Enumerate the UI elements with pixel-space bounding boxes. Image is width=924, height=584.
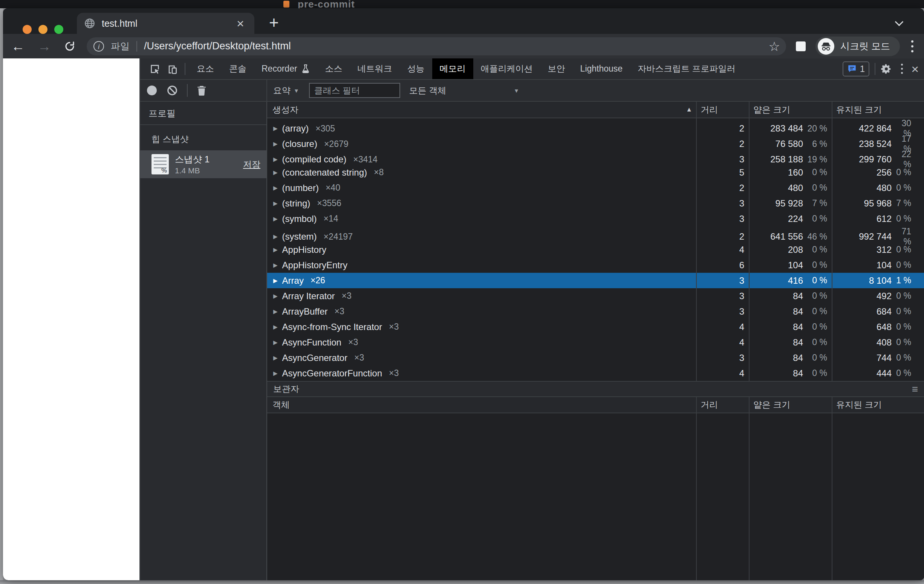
instance-count: ×3414 — [353, 155, 378, 165]
table-row[interactable]: ▶ (closure) ×2679 2 76 580 6 % 238 524 1… — [267, 134, 924, 149]
disclosure-triangle-icon[interactable]: ▶ — [273, 277, 278, 284]
tab-search-chevron-icon[interactable] — [896, 19, 904, 27]
disclosure-triangle-icon[interactable]: ▶ — [273, 246, 278, 253]
table-row[interactable]: ▶ Array ×26 3 416 0 % 8 104 1 % — [267, 273, 924, 288]
maximize-window-button[interactable] — [54, 25, 63, 34]
class-filter-input[interactable] — [309, 83, 400, 98]
disclosure-triangle-icon[interactable]: ▶ — [273, 156, 278, 163]
devtools-tab[interactable]: 애플리케이션 — [473, 58, 540, 79]
side-panel-icon[interactable] — [796, 41, 806, 51]
browser-menu-icon[interactable] — [911, 40, 914, 52]
objects-filter-select[interactable]: 모든 객체 ▼ — [409, 85, 519, 96]
shallow-size-cell: 84 0 % — [749, 350, 832, 365]
shallow-size-cell: 208 0 % — [749, 242, 832, 257]
back-button[interactable]: ← — [11, 40, 25, 53]
disclosure-triangle-icon[interactable]: ▶ — [273, 323, 278, 330]
issues-badge[interactable]: 1 — [843, 61, 870, 76]
table-row[interactable]: ▶ (concatenated string) ×8 5 160 0 % 256… — [267, 165, 924, 180]
inspect-element-icon[interactable] — [146, 61, 163, 77]
retained-size-cell: 256 0 % — [832, 165, 924, 180]
retained-size-cell: 480 0 % — [832, 180, 924, 196]
disclosure-triangle-icon[interactable]: ▶ — [273, 293, 278, 300]
table-row[interactable]: ▶ AsyncGeneratorFunction ×3 4 84 0 % 444… — [267, 365, 924, 381]
devtools-menu-icon[interactable] — [901, 64, 903, 74]
column-header-retained-size[interactable]: 유지된 크기 — [832, 397, 924, 412]
browser-tab[interactable]: test.html × — [77, 13, 254, 34]
disclosure-triangle-icon[interactable]: ▶ — [273, 233, 278, 240]
column-header-distance[interactable]: 거리 — [696, 397, 749, 412]
devtools-tab[interactable]: 성능 — [400, 58, 432, 79]
clear-profiles-icon[interactable] — [167, 85, 178, 96]
reload-button[interactable] — [64, 41, 75, 52]
snapshot-item[interactable]: 스냅샷 1 1.4 MB 저장 — [140, 150, 266, 178]
table-row[interactable]: ▶ AppHistoryEntry 6 104 0 % 104 0 % — [267, 257, 924, 273]
screen: pre-commit test.html × + — [0, 0, 924, 584]
column-header-retained-size[interactable]: 유지된 크기 — [832, 102, 924, 117]
devtools-tab[interactable]: 보안 — [540, 58, 573, 79]
devtools-tab[interactable]: Recorder — [254, 58, 318, 79]
shallow-size-cell: 84 0 % — [749, 304, 832, 319]
table-row[interactable]: ▶ Array Iterator ×3 3 84 0 % 492 0 % — [267, 288, 924, 304]
table-row[interactable]: ▶ (number) ×40 2 480 0 % 480 0 % — [267, 180, 924, 196]
retainers-menu-icon[interactable]: ≡ — [912, 383, 918, 395]
disclosure-triangle-icon[interactable]: ▶ — [273, 339, 278, 346]
new-tab-button[interactable]: + — [269, 15, 279, 30]
settings-gear-icon[interactable] — [881, 63, 892, 74]
disclosure-triangle-icon[interactable]: ▶ — [273, 169, 278, 176]
shallow-size-value: 84 — [749, 368, 803, 379]
table-row[interactable]: ▶ (system) ×24197 2 641 556 46 % 992 744… — [267, 226, 924, 242]
retained-size-value: 422 864 — [832, 123, 892, 134]
devtools-tab[interactable]: Lighthouse — [573, 58, 630, 79]
devtools-close-icon[interactable]: × — [911, 63, 919, 75]
shallow-size-percent: 0 % — [803, 260, 832, 270]
shallow-size-percent: 0 % — [803, 244, 832, 255]
bookmark-star-icon[interactable]: ☆ — [769, 39, 780, 54]
save-snapshot-link[interactable]: 저장 — [243, 158, 261, 170]
disclosure-triangle-icon[interactable]: ▶ — [273, 308, 278, 315]
disclosure-triangle-icon[interactable]: ▶ — [273, 125, 278, 132]
disclosure-triangle-icon[interactable]: ▶ — [273, 140, 278, 147]
devtools-tab[interactable]: 콘솔 — [221, 58, 254, 79]
shallow-size-cell: 480 0 % — [749, 180, 832, 196]
disclosure-triangle-icon[interactable]: ▶ — [273, 262, 278, 269]
address-bar[interactable]: i 파일 /Users/yceffort/Desktop/test.html ☆ — [87, 37, 786, 55]
table-row[interactable]: ▶ AppHistory 4 208 0 % 312 0 % — [267, 242, 924, 257]
record-heap-snapshot-button[interactable] — [147, 86, 157, 95]
column-header-constructor[interactable]: 생성자 ▲ — [267, 102, 696, 117]
table-row[interactable]: ▶ AsyncGenerator ×3 3 84 0 % 744 0 % — [267, 350, 924, 365]
table-row[interactable]: ▶ ArrayBuffer ×3 3 84 0 % 684 0 % — [267, 304, 924, 319]
devtools-tab[interactable]: 자바스크립트 프로파일러 — [630, 58, 743, 79]
close-window-button[interactable] — [23, 25, 31, 34]
tab-close-button[interactable]: × — [234, 18, 247, 29]
table-row[interactable]: ▶ AsyncFunction ×3 4 84 0 % 408 0 % — [267, 335, 924, 350]
disclosure-triangle-icon[interactable]: ▶ — [273, 355, 278, 361]
devtools-tab[interactable]: 네트워크 — [350, 58, 400, 79]
table-row[interactable]: ▶ (string) ×3556 3 95 928 7 % 95 968 7 % — [267, 196, 924, 211]
column-header-shallow-size[interactable]: 얕은 크기 — [749, 397, 832, 412]
devtools-tab[interactable]: 소스 — [318, 58, 350, 79]
table-row[interactable]: ▶ (symbol) ×14 3 224 0 % 612 0 % — [267, 211, 924, 226]
disclosure-triangle-icon[interactable]: ▶ — [273, 370, 278, 377]
device-toolbar-icon[interactable] — [163, 61, 181, 77]
table-row[interactable]: ▶ (array) ×305 2 283 484 20 % 422 864 30… — [267, 118, 924, 134]
disclosure-triangle-icon[interactable]: ▶ — [273, 185, 278, 191]
table-row[interactable]: ▶ Async-from-Sync Iterator ×3 4 84 0 % 6… — [267, 319, 924, 335]
retained-size-value: 95 968 — [832, 198, 892, 209]
site-info-icon[interactable]: i — [94, 41, 104, 52]
column-header-distance[interactable]: 거리 — [696, 102, 749, 117]
forward-button[interactable]: → — [38, 40, 51, 53]
shallow-size-percent: 0 % — [803, 306, 832, 317]
table-row[interactable]: ▶ (compiled code) ×3414 3 258 188 19 % 2… — [267, 149, 924, 165]
perspective-select[interactable]: 요약 — [273, 85, 290, 96]
delete-trash-icon[interactable] — [197, 85, 206, 96]
disclosure-triangle-icon[interactable]: ▶ — [273, 200, 278, 207]
minimize-window-button[interactable] — [38, 25, 48, 34]
distance-cell: 4 — [696, 365, 749, 381]
column-header-shallow-size[interactable]: 얕은 크기 — [749, 102, 832, 117]
incognito-badge[interactable]: 시크릿 모드 — [815, 36, 900, 56]
disclosure-triangle-icon[interactable]: ▶ — [273, 216, 278, 222]
url-text[interactable]: /Users/yceffort/Desktop/test.html — [144, 40, 764, 52]
devtools-tab[interactable]: 메모리 — [432, 58, 473, 79]
column-header-object[interactable]: 객체 — [267, 397, 696, 412]
devtools-tab[interactable]: 요소 — [189, 58, 221, 79]
